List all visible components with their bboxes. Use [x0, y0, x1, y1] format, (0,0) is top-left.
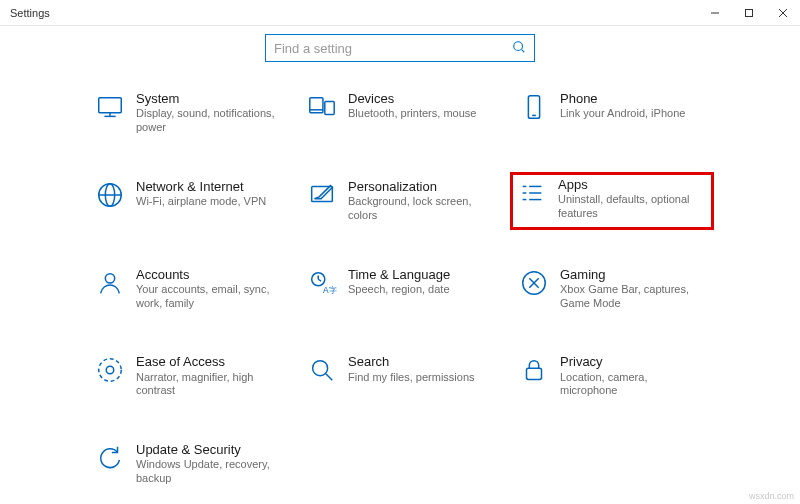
- tile-update[interactable]: Update & SecurityWindows Update, recover…: [88, 437, 288, 491]
- maximize-button[interactable]: [732, 0, 766, 26]
- tile-text: DevicesBluetooth, printers, mouse: [348, 91, 476, 121]
- tile-text: SystemDisplay, sound, notifications, pow…: [136, 91, 282, 135]
- time-icon: [306, 267, 338, 299]
- system-icon: [94, 91, 126, 123]
- tile-desc: Narrator, magnifier, high contrast: [136, 371, 282, 399]
- tile-title: Personalization: [348, 179, 494, 195]
- tile-text: Update & SecurityWindows Update, recover…: [136, 442, 282, 486]
- tile-desc: Xbox Game Bar, captures, Game Mode: [560, 283, 706, 311]
- tile-title: Update & Security: [136, 442, 282, 458]
- settings-grid: SystemDisplay, sound, notifications, pow…: [0, 86, 800, 491]
- tile-text: PrivacyLocation, camera, microphone: [560, 354, 706, 398]
- tile-text: PhoneLink your Android, iPhone: [560, 91, 685, 121]
- tile-title: Search: [348, 354, 475, 370]
- tile-text: AppsUninstall, defaults, optional featur…: [558, 177, 708, 221]
- tile-search[interactable]: SearchFind my files, permissions: [300, 349, 500, 403]
- tile-text: Ease of AccessNarrator, magnifier, high …: [136, 354, 282, 398]
- tile-desc: Location, camera, microphone: [560, 371, 706, 399]
- tile-network[interactable]: Network & InternetWi-Fi, airplane mode, …: [88, 174, 288, 228]
- tile-devices[interactable]: DevicesBluetooth, printers, mouse: [300, 86, 500, 140]
- tile-title: Apps: [558, 177, 708, 193]
- apps-icon: [516, 177, 548, 209]
- tile-privacy[interactable]: PrivacyLocation, camera, microphone: [512, 349, 712, 403]
- tile-desc: Display, sound, notifications, power: [136, 107, 282, 135]
- gaming-icon: [518, 267, 550, 299]
- search-icon: [306, 354, 338, 386]
- tile-title: System: [136, 91, 282, 107]
- network-icon: [94, 179, 126, 211]
- close-button[interactable]: [766, 0, 800, 26]
- tile-text: PersonalizationBackground, lock screen, …: [348, 179, 494, 223]
- tile-desc: Your accounts, email, sync, work, family: [136, 283, 282, 311]
- privacy-icon: [518, 354, 550, 386]
- window-title: Settings: [0, 7, 50, 19]
- tile-desc: Windows Update, recovery, backup: [136, 458, 282, 486]
- search-box[interactable]: [265, 34, 535, 62]
- tile-time[interactable]: Time & LanguageSpeech, region, date: [300, 262, 500, 316]
- tile-text: AccountsYour accounts, email, sync, work…: [136, 267, 282, 311]
- tile-phone[interactable]: PhoneLink your Android, iPhone: [512, 86, 712, 140]
- svg-point-4: [514, 41, 523, 50]
- tile-desc: Find my files, permissions: [348, 371, 475, 385]
- update-icon: [94, 442, 126, 474]
- minimize-button[interactable]: [698, 0, 732, 26]
- tile-desc: Link your Android, iPhone: [560, 107, 685, 121]
- tile-desc: Background, lock screen, colors: [348, 195, 494, 223]
- title-bar: Settings: [0, 0, 800, 26]
- tile-text: Network & InternetWi-Fi, airplane mode, …: [136, 179, 266, 209]
- search-input[interactable]: [274, 41, 512, 56]
- svg-rect-1: [746, 9, 753, 16]
- devices-icon: [306, 91, 338, 123]
- tile-title: Privacy: [560, 354, 706, 370]
- tile-desc: Speech, region, date: [348, 283, 450, 297]
- watermark: wsxdn.com: [749, 491, 794, 501]
- tile-title: Gaming: [560, 267, 706, 283]
- tile-system[interactable]: SystemDisplay, sound, notifications, pow…: [88, 86, 288, 140]
- tile-title: Time & Language: [348, 267, 450, 283]
- search-region: [0, 26, 800, 86]
- tile-ease[interactable]: Ease of AccessNarrator, magnifier, high …: [88, 349, 288, 403]
- tile-title: Network & Internet: [136, 179, 266, 195]
- tile-text: SearchFind my files, permissions: [348, 354, 475, 384]
- tile-text: Time & LanguageSpeech, region, date: [348, 267, 450, 297]
- tile-text: GamingXbox Game Bar, captures, Game Mode: [560, 267, 706, 311]
- search-icon: [512, 40, 526, 57]
- tile-accounts[interactable]: AccountsYour accounts, email, sync, work…: [88, 262, 288, 316]
- ease-icon: [94, 354, 126, 386]
- tile-gaming[interactable]: GamingXbox Game Bar, captures, Game Mode: [512, 262, 712, 316]
- tile-title: Devices: [348, 91, 476, 107]
- tile-title: Phone: [560, 91, 685, 107]
- tile-desc: Bluetooth, printers, mouse: [348, 107, 476, 121]
- tile-desc: Uninstall, defaults, optional features: [558, 193, 708, 221]
- tile-apps[interactable]: AppsUninstall, defaults, optional featur…: [512, 174, 712, 228]
- tile-title: Accounts: [136, 267, 282, 283]
- tile-title: Ease of Access: [136, 354, 282, 370]
- svg-line-5: [522, 49, 525, 52]
- accounts-icon: [94, 267, 126, 299]
- tile-desc: Wi-Fi, airplane mode, VPN: [136, 195, 266, 209]
- tile-personalization[interactable]: PersonalizationBackground, lock screen, …: [300, 174, 500, 228]
- personalization-icon: [306, 179, 338, 211]
- phone-icon: [518, 91, 550, 123]
